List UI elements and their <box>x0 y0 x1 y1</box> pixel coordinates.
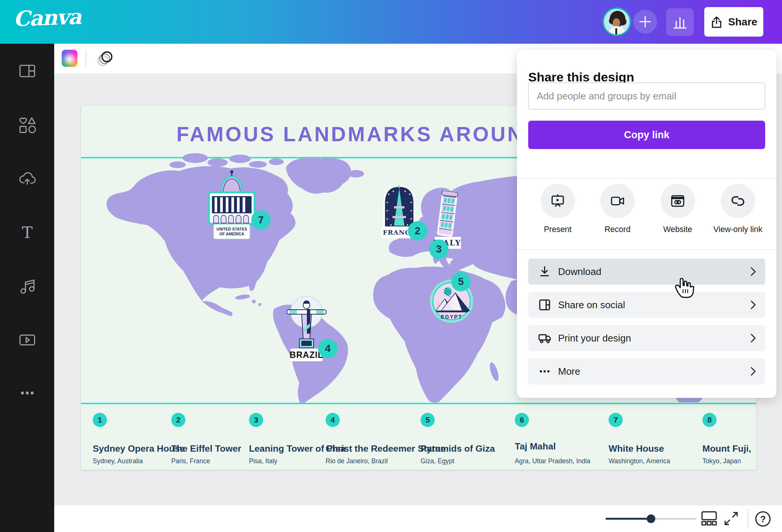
map-marker-2[interactable]: 2 <box>408 221 427 241</box>
map-marker-3[interactable]: 3 <box>429 239 449 259</box>
sticker-usa-capitol[interactable]: UNITED STATES OF AMERICA <box>204 168 260 240</box>
landmark-number-badge: 8 <box>702 413 717 427</box>
sidebar-item-templates[interactable] <box>18 61 37 81</box>
landmark-item-4[interactable]: 4 Christ the Redeemer Statue Rio de Jane… <box>326 413 406 465</box>
audio-icon <box>18 276 37 296</box>
share-button-label: Share <box>728 16 757 28</box>
canva-logo[interactable]: Canva <box>13 4 81 31</box>
zoom-slider-thumb[interactable] <box>647 514 655 523</box>
copy-link-button[interactable]: Copy link <box>528 121 765 149</box>
download-row[interactable]: Download <box>528 259 765 285</box>
map-marker-number: 2 <box>415 225 420 237</box>
record-button[interactable]: Record <box>588 184 647 234</box>
sidebar-item-audio[interactable] <box>18 276 37 296</box>
pages-view-button[interactable] <box>701 510 718 527</box>
present-label: Present <box>528 225 588 234</box>
bottom-status-bar: ? <box>54 505 782 532</box>
landmark-location: Sydney, Australia <box>93 457 143 465</box>
uploads-icon <box>18 169 37 189</box>
sidebar-item-uploads[interactable] <box>18 169 37 189</box>
add-button[interactable] <box>633 10 657 34</box>
landmark-location: Washington, America <box>609 457 670 465</box>
landmark-name: Taj Mahal <box>515 441 556 452</box>
map-marker-7[interactable]: 7 <box>251 210 271 230</box>
landmark-number-badge: 1 <box>93 413 107 427</box>
present-button[interactable]: Present <box>528 184 588 234</box>
help-button[interactable]: ? <box>754 510 772 528</box>
landmark-location: Giza, Egypt <box>421 457 454 465</box>
website-button[interactable]: Website <box>648 184 708 234</box>
fullscreen-button[interactable] <box>723 510 739 527</box>
insights-button[interactable] <box>666 8 694 36</box>
toolbar-divider <box>86 50 86 67</box>
sidebar-item-videos[interactable] <box>18 330 37 350</box>
share-panel: Share this design Copy link Present Reco… <box>517 50 776 398</box>
panel-divider <box>517 178 776 179</box>
expand-icon <box>723 510 739 527</box>
landmark-number-badge: 2 <box>171 413 185 427</box>
landmark-name: Mount Fuji, <box>702 443 751 454</box>
download-icon <box>538 265 551 278</box>
map-marker-number: 5 <box>458 276 464 288</box>
more-dots-icon <box>538 365 551 378</box>
landmark-item-6[interactable]: 6 Taj Mahal Agra, Uttar Pradesh, India <box>515 413 595 465</box>
elements-icon <box>18 115 37 135</box>
landmark-number-badge: 5 <box>421 413 435 427</box>
print-your-design-label: Print your design <box>558 332 631 344</box>
more-icon <box>18 383 37 403</box>
print-your-design-row[interactable]: Print your design <box>528 325 765 351</box>
more-label: More <box>558 366 580 377</box>
website-label: Website <box>648 225 708 234</box>
sidebar-item-more[interactable] <box>18 383 37 403</box>
landmark-name: White House <box>609 443 664 454</box>
download-label: Download <box>558 266 601 278</box>
map-marker-5[interactable]: 5 <box>451 272 471 291</box>
view-only-link-icon <box>730 193 746 209</box>
print-truck-icon <box>538 331 551 345</box>
landmark-location: Paris, France <box>171 457 210 465</box>
animate-circles-icon <box>94 48 115 69</box>
more-row[interactable]: More <box>528 358 765 384</box>
landmark-number-badge: 4 <box>326 413 340 427</box>
share-on-social-row[interactable]: Share on social <box>528 292 765 318</box>
landmark-item-1[interactable]: 1 Sydney Opera House Sydney, Australia <box>93 413 173 465</box>
animate-button[interactable] <box>94 48 115 69</box>
landmark-item-5[interactable]: 5 Pyramids of Giza Giza, Egypt <box>421 413 501 465</box>
landmark-location: Tokyo, Japan <box>702 457 741 465</box>
view-only-link-button[interactable]: View-only link <box>708 184 768 234</box>
map-marker-number: 7 <box>258 214 264 226</box>
add-people-input[interactable] <box>528 83 765 109</box>
background-color-swatch[interactable] <box>62 50 77 67</box>
map-marker-number: 3 <box>436 244 441 255</box>
share-on-social-label: Share on social <box>558 299 625 311</box>
map-marker-number: 4 <box>325 343 330 355</box>
view-only-link-label: View-only link <box>708 225 768 234</box>
landmark-location: Pisa, Italy <box>249 457 277 465</box>
user-avatar-image <box>604 9 629 34</box>
landmark-number-badge: 6 <box>515 413 529 427</box>
landmark-item-8[interactable]: 8 Mount Fuji, Tokyo, Japan <box>702 413 756 465</box>
landmark-item-2[interactable]: 2 The Eiffel Tower Paris, France <box>171 413 252 465</box>
zoom-slider[interactable] <box>606 518 696 520</box>
chevron-right-icon <box>749 266 757 277</box>
landmark-number-badge: 7 <box>609 413 623 427</box>
sticker-usa-label: UNITED STATES OF AMERICA <box>215 227 249 236</box>
avatar[interactable] <box>603 7 631 36</box>
svg-text:?: ? <box>760 514 766 524</box>
help-icon: ? <box>754 510 772 528</box>
chevron-right-icon <box>749 333 757 343</box>
object-panel-sidebar: T <box>0 44 54 532</box>
landmark-location: Agra, Uttar Pradesh, India <box>515 457 590 465</box>
landmark-location: Rio de Janeiro, Brazil <box>326 457 388 465</box>
sticker-egypt-label: EGYPT <box>428 314 475 320</box>
landmark-item-3[interactable]: 3 Leaning Tower of Pisa Pisa, Italy <box>249 413 329 465</box>
share-button[interactable]: Share <box>704 7 763 37</box>
bar-chart-icon <box>672 14 688 30</box>
map-marker-4[interactable]: 4 <box>318 339 338 358</box>
landmark-item-7[interactable]: 7 White House Washington, America <box>609 413 689 465</box>
landmark-name: Pyramids of Giza <box>421 443 495 454</box>
sidebar-item-elements[interactable] <box>18 115 37 135</box>
website-icon <box>669 193 686 209</box>
sidebar-item-text[interactable]: T <box>18 223 37 242</box>
templates-icon <box>18 61 37 81</box>
